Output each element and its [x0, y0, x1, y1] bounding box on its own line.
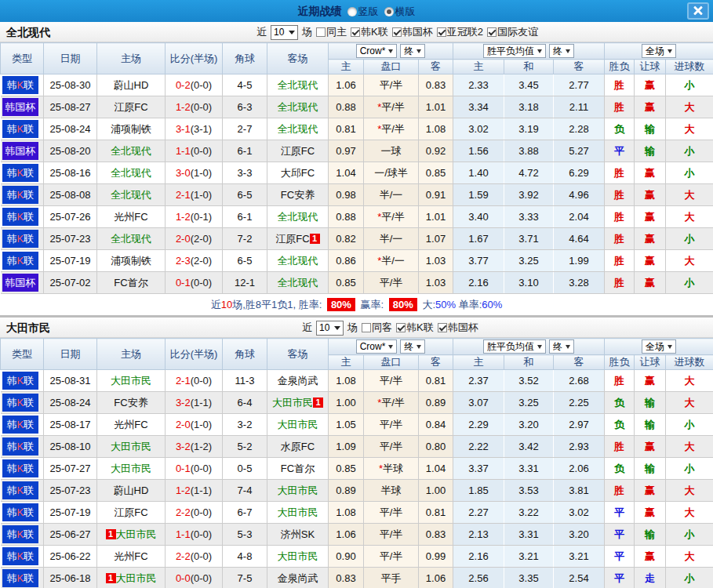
match-count-select[interactable]: 10: [271, 25, 298, 40]
fulltime-score: 2-2: [176, 506, 191, 518]
goals-result-cell-value: 大: [685, 550, 695, 562]
league-cell: 韩K联: [1, 162, 44, 184]
avg-draw-odds: 3.42: [504, 436, 554, 458]
away-team-name: 大邱FC: [281, 167, 315, 179]
dropdown-arrow-icon: [289, 31, 295, 38]
fulltime-score: 1-1: [176, 528, 191, 540]
handicap-away-odds: 0.89: [419, 392, 453, 414]
handicap-away-odds: 0.84: [419, 414, 453, 436]
corner-cell: 6-3: [223, 96, 267, 118]
checkbox-icon[interactable]: [438, 323, 447, 332]
radio-label: 竖版: [358, 5, 379, 17]
home-team-cell: 全北现代: [97, 184, 166, 206]
away-team-name: 全北现代: [278, 123, 318, 135]
filter-checkbox-韩国杯[interactable]: 韩国杯: [438, 321, 478, 335]
radio-竖版[interactable]: [347, 7, 357, 16]
home-team-cell: 光州FC: [97, 546, 166, 568]
date-cell: 25-07-26: [44, 206, 97, 228]
filter-checkbox-韩K联[interactable]: 韩K联: [351, 25, 388, 39]
checkbox-icon[interactable]: [437, 27, 446, 37]
dropdown-header-cell: 胜平负均值终: [453, 339, 605, 355]
filter-checkbox-韩国杯[interactable]: 韩国杯: [392, 25, 433, 39]
goals-result-cell: 大: [666, 392, 713, 414]
avg-odds-select[interactable]: 胜平负均值: [483, 339, 546, 354]
close-button[interactable]: [687, 2, 709, 20]
scope-select[interactable]: 全场: [642, 44, 676, 58]
header-row-top: 类型日期主场比分(半场)角球客场Crow*终胜平负均值终全场: [1, 339, 713, 355]
sub-column-header-让球: 让球: [635, 355, 666, 370]
checkbox-label: 韩国杯: [448, 321, 478, 335]
odds-time-select[interactable]: 终: [400, 339, 425, 354]
filter-checkbox-国际友谊[interactable]: 国际友谊: [487, 25, 538, 39]
scope-select[interactable]: 全场: [642, 339, 676, 354]
checkbox-icon[interactable]: [396, 323, 406, 332]
checkbox-icon[interactable]: [392, 27, 402, 37]
checkbox-icon[interactable]: [351, 27, 360, 37]
score-cell: 2-0(1-0): [166, 414, 223, 436]
league-cell: 韩K联: [1, 118, 44, 140]
result-cell: 负: [605, 414, 635, 436]
filter-checkbox-韩K联[interactable]: 韩K联: [396, 321, 434, 335]
odds-time-select[interactable]: 终: [400, 44, 425, 58]
checkbox-icon[interactable]: [487, 27, 497, 37]
goals-result-cell: 大: [666, 436, 713, 458]
section-team-name: 大田市民: [6, 321, 50, 336]
result-cell: 胜: [605, 206, 635, 228]
avg-time-select[interactable]: 终: [549, 339, 574, 354]
handicap-line-cell: *半/一: [364, 250, 419, 272]
handicap-result-cell: 赢: [635, 162, 666, 184]
handicap-home-odds: 0.90: [329, 546, 364, 568]
summary-segment: 60%: [482, 299, 502, 310]
halftime-score: (0-0): [191, 506, 212, 518]
handicap-result-cell: 赢: [635, 96, 666, 118]
fulltime-score: 1-1: [176, 145, 191, 157]
away-team-name: 大田市民: [278, 485, 318, 496]
handicap-line: 半球: [383, 463, 403, 474]
avg-draw-odds: 3.22: [504, 502, 554, 524]
result-cell: 平: [605, 140, 635, 162]
league-k-letter: K: [16, 375, 24, 387]
filter-checkbox-亚冠联2[interactable]: 亚冠联2: [437, 25, 483, 39]
avg-draw-odds: 3.35: [504, 568, 554, 588]
checkbox-icon[interactable]: [316, 27, 326, 37]
filter-checkbox-同主[interactable]: 同主: [316, 25, 347, 39]
odds-company-select[interactable]: Crow*: [356, 339, 398, 354]
handicap-result-cell: 赢: [635, 502, 666, 524]
checkbox-icon[interactable]: [362, 323, 371, 332]
home-team-cell: 江原FC: [97, 502, 166, 524]
corner-cell: 5-3: [223, 524, 267, 546]
avg-home-odds: 1.59: [453, 184, 504, 206]
odds-time-select-label: 终: [404, 45, 413, 58]
league-cell: 韩K联: [1, 392, 44, 414]
handicap-line-cell: 平/半: [364, 436, 419, 458]
goals-result-cell-value: 小: [685, 167, 695, 179]
goals-result-cell: 小: [666, 568, 713, 588]
handicap-result-cell-value: 输: [645, 528, 655, 540]
away-team-name: 大田市民: [278, 419, 318, 430]
handicap-result-cell-value: 赢: [645, 255, 655, 267]
league-k-letter: K: [16, 255, 24, 267]
league-k-letter: K: [16, 123, 24, 135]
avg-time-select[interactable]: 终: [549, 44, 574, 58]
score-cell: 3-0(1-0): [166, 162, 223, 184]
date-cell: 25-07-23: [44, 228, 97, 250]
home-team-cell: 1大田市民: [97, 568, 166, 588]
home-team-cell: FC安养: [97, 392, 166, 414]
handicap-line: 半球: [381, 485, 402, 496]
handicap-home-odds: 1.05: [329, 414, 364, 436]
handicap-away-odds: 1.01: [419, 96, 453, 118]
league-k-letter: K: [16, 211, 24, 223]
league-cell: 韩K联: [1, 184, 44, 206]
radio-横版[interactable]: [384, 7, 394, 16]
league-cell: 韩K联: [1, 74, 44, 96]
odds-company-select[interactable]: Crow*: [356, 44, 398, 58]
handicap-line-cell: 平/半: [364, 546, 419, 568]
match-count-select[interactable]: 10: [316, 321, 344, 336]
table-row: 韩K联25-06-271大田市民1-1(0-0)5-3济州SK1.06平/半0.…: [1, 524, 713, 546]
result-cell-value: 胜: [614, 233, 624, 245]
avg-odds-select[interactable]: 胜平负均值: [483, 44, 546, 58]
filter-checkbox-同客[interactable]: 同客: [362, 321, 392, 335]
handicap-result-cell-value: 输: [645, 145, 655, 157]
dropdown-arrow-icon: [537, 345, 542, 351]
score-cell: 1-1(0-0): [166, 524, 223, 546]
